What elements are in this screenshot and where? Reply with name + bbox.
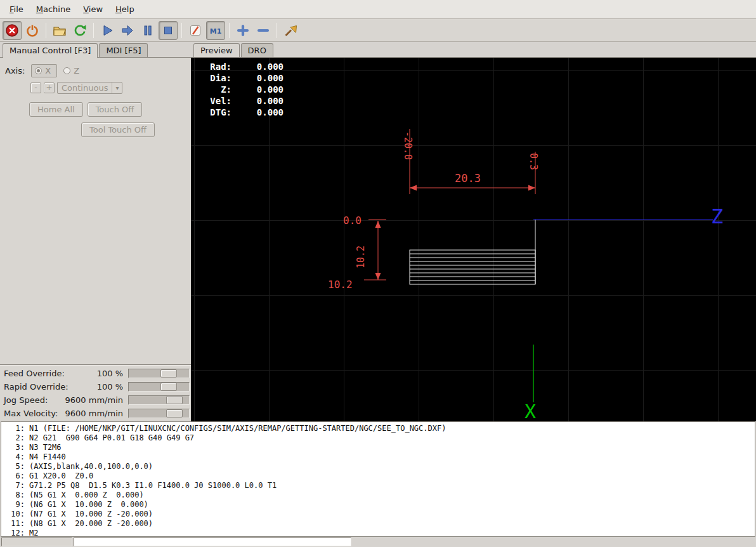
menu-machine[interactable]: Machine xyxy=(30,2,76,16)
jog-minus-button[interactable]: - xyxy=(30,82,41,93)
zoom-in-button[interactable] xyxy=(233,21,252,40)
gcode-line-text: N3 T2M6 xyxy=(29,443,62,452)
control-tabs: Manual Control [F3] MDI [F5] xyxy=(0,42,191,57)
tab-preview[interactable]: Preview xyxy=(193,43,240,58)
open-file-button[interactable] xyxy=(50,21,69,40)
estop-button[interactable] xyxy=(3,21,22,40)
gcode-line[interactable]: 9:(N6 G1 X 10.000 Z 0.000) xyxy=(8,500,755,510)
slider-handle[interactable] xyxy=(160,369,177,378)
gcode-line-text: N2 G21 G90 G64 P0.01 G18 G40 G49 G7 xyxy=(29,433,194,443)
gcode-line-text: (N8 G1 X 20.000 Z -20.000) xyxy=(29,519,153,529)
gcode-line[interactable]: 6:G1 X20.0 Z0.0 xyxy=(8,471,755,481)
gcode-line[interactable]: 5:(AXIS,blank,40.0,100.0,0.0) xyxy=(8,462,755,471)
gcode-line-number: 9: xyxy=(8,500,29,510)
gcode-line-text: N1 (FILE: /HOME/NKP/GIT/LINUXCNC/CONFIGS… xyxy=(29,424,446,433)
menu-view[interactable]: View xyxy=(77,2,108,16)
jog-speed-value: 9600 mm/min xyxy=(65,395,123,405)
slider-handle[interactable] xyxy=(160,383,177,391)
axis-z-label: Z xyxy=(74,66,79,76)
stop-button[interactable] xyxy=(159,21,178,40)
gcode-line[interactable]: 4:N4 F1440 xyxy=(8,452,755,462)
gcode-line[interactable]: 12:M2 xyxy=(8,529,755,537)
clear-plot-button[interactable] xyxy=(281,21,300,40)
gcode-line[interactable]: 11:(N8 G1 X 20.000 Z -20.000) xyxy=(8,519,755,529)
axis-radio-z[interactable]: Z xyxy=(63,66,79,76)
feed-override-slider[interactable] xyxy=(128,369,190,378)
dim-x-height: 10.2 xyxy=(355,246,367,268)
toolbar-separator xyxy=(46,23,46,38)
max-velocity-slider[interactable] xyxy=(128,409,190,418)
reload-button[interactable] xyxy=(70,21,89,40)
gcode-listing[interactable]: 1:N1 (FILE: /HOME/NKP/GIT/LINUXCNC/CONFI… xyxy=(1,421,755,537)
reload-icon xyxy=(73,23,87,37)
gcode-line-number: 11: xyxy=(8,519,29,529)
gcode-line-number: 10: xyxy=(8,510,29,519)
gcode-line[interactable]: 10:(N7 G1 X 10.000 Z -20.000) xyxy=(8,510,755,519)
dim-z-total: 20.3 xyxy=(455,172,481,185)
jog-speed-slider[interactable] xyxy=(128,395,190,405)
tool-touch-off-button[interactable]: Tool Touch Off xyxy=(81,122,155,137)
gcode-line[interactable]: 1:N1 (FILE: /HOME/NKP/GIT/LINUXCNC/CONFI… xyxy=(8,424,755,433)
tab-manual-control[interactable]: Manual Control [F3] xyxy=(3,43,98,58)
preview-panel: Preview DRO Rad:0.000 Dia:0.000 Z:0.000 … xyxy=(191,42,756,421)
optional-stop-button[interactable]: M1 xyxy=(206,21,225,40)
touch-off-button[interactable]: Touch Off xyxy=(88,102,143,117)
gcode-line-text: (AXIS,blank,40.0,100.0,0.0) xyxy=(29,462,153,471)
toolbar-separator xyxy=(277,23,277,38)
dimension-annotations: -20.0 0.3 20.3 0.0 10.2 10.2 xyxy=(328,129,539,291)
jog-speed-label: Jog Speed: xyxy=(4,395,48,405)
jog-mode-combo[interactable]: Continuous ▾ xyxy=(57,82,122,94)
max-velocity-value: 9600 mm/min xyxy=(65,409,123,418)
radio-selected-icon xyxy=(35,67,42,74)
dim-x-bottom: 10.2 xyxy=(328,279,353,291)
home-all-button[interactable]: Home All xyxy=(29,102,83,117)
zoom-out-button[interactable] xyxy=(254,21,273,40)
gcode-line-number: 6: xyxy=(8,471,29,481)
step-button[interactable] xyxy=(118,21,137,40)
dim-x-zero: 0.0 xyxy=(343,214,362,227)
feed-override-value: 100 % xyxy=(97,369,123,378)
z-axis-label: Z xyxy=(711,204,723,228)
gcode-line-number: 2: xyxy=(8,433,29,443)
pause-button[interactable] xyxy=(138,21,157,40)
slider-handle[interactable] xyxy=(166,409,183,418)
main-area: Manual Control [F3] MDI [F5] Axis: X Z xyxy=(0,42,756,421)
run-button[interactable] xyxy=(98,21,117,40)
pause-icon xyxy=(141,23,155,37)
skip-lines-button[interactable] xyxy=(186,21,205,40)
gcode-line[interactable]: 8:(N5 G1 X 0.000 Z 0.000) xyxy=(8,491,755,500)
gcode-line-text: G1 X20.0 Z0.0 xyxy=(29,471,93,481)
rapid-override-slider[interactable] xyxy=(128,382,190,392)
max-velocity-label: Max Velocity: xyxy=(4,409,58,418)
gcode-line[interactable]: 7:G71.2 P5 Q8 D1.5 K0.3 I1.0 F1400.0 J0 … xyxy=(8,481,755,491)
axis-label: Axis: xyxy=(5,66,25,76)
menu-help[interactable]: Help xyxy=(110,2,140,16)
machine-axes: Z X xyxy=(525,204,723,421)
status-cell xyxy=(1,537,72,546)
slider-handle[interactable] xyxy=(166,396,183,404)
rapid-override-value: 100 % xyxy=(97,382,123,392)
gcode-line-number: 3: xyxy=(8,443,29,452)
gcode-line[interactable]: 3:N3 T2M6 xyxy=(8,443,755,452)
jog-plus-button[interactable]: + xyxy=(44,82,55,93)
gcode-line[interactable]: 2:N2 G21 G90 G64 P0.01 G18 G40 G49 G7 xyxy=(8,433,755,443)
gcode-line-text: (N5 G1 X 0.000 Z 0.000) xyxy=(29,491,144,500)
dim-z-length: -20.0 xyxy=(402,131,414,160)
status-message-cell xyxy=(74,537,351,546)
machine-power-button[interactable] xyxy=(23,21,42,40)
gcode-line-number: 5: xyxy=(8,462,29,471)
gcode-line-number: 1: xyxy=(8,424,29,433)
gcode-line-text: (N7 G1 X 10.000 Z -20.000) xyxy=(29,510,153,519)
tab-mdi[interactable]: MDI [F5] xyxy=(99,43,148,57)
menubar: File Machine View Help xyxy=(0,0,756,19)
menu-file[interactable]: File xyxy=(4,2,29,16)
clear-plot-icon xyxy=(284,23,297,37)
axis-radio-x[interactable]: X xyxy=(31,64,57,77)
preview-canvas[interactable]: Rad:0.000 Dia:0.000 Z:0.000 Vel:0.000 DT… xyxy=(191,57,756,421)
zoom-out-icon xyxy=(256,23,270,37)
stop-icon xyxy=(161,23,175,37)
part-profile xyxy=(410,220,535,284)
override-sliders: Feed Override: 100 % Rapid Override: 100… xyxy=(0,364,191,421)
tab-dro[interactable]: DRO xyxy=(241,43,273,57)
step-icon xyxy=(121,23,134,37)
